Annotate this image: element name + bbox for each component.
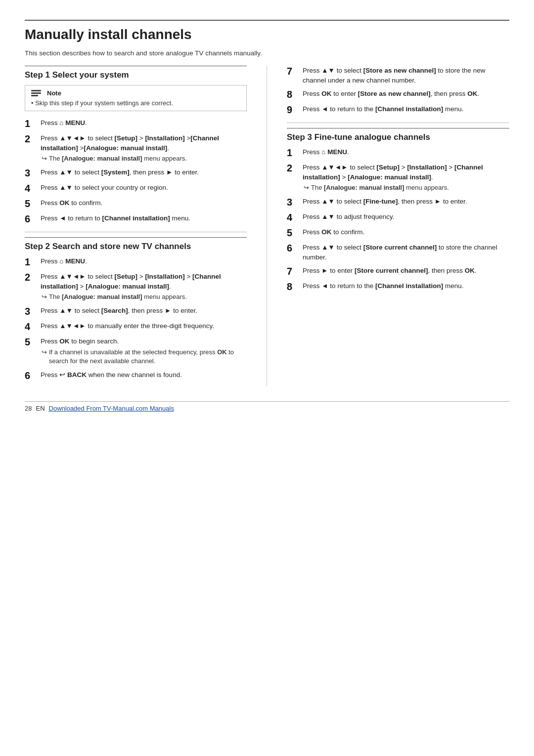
right-column: 7 Press ▲▼ to select [Store as new chann… xyxy=(267,66,509,386)
list-item: 4 Press ▲▼ to adjust frequency. xyxy=(287,212,509,223)
sub-note: ↪ The [Analogue: manual install] menu ap… xyxy=(42,293,247,302)
note-header: Note xyxy=(31,89,240,97)
step3-title: Step 3 Fine-tune analogue channels xyxy=(287,128,509,142)
note-body: • Skip this step if your system settings… xyxy=(31,99,240,107)
left-column: Step 1 Select your system Note • Skip th… xyxy=(25,66,267,386)
list-item: 2 Press ▲▼◄► to select [Setup] > [Instal… xyxy=(25,133,247,164)
step3-section: Step 3 Fine-tune analogue channels 1 Pre… xyxy=(287,128,509,293)
list-item: 1 Press ⌂ MENU. xyxy=(25,118,247,129)
step1-section: Step 1 Select your system Note • Skip th… xyxy=(25,66,247,225)
list-item: 2 Press ▲▼◄► to select [Setup] > [Instal… xyxy=(287,163,509,193)
intro-text: This section describes how to search and… xyxy=(25,49,509,57)
list-item: 1 Press ⌂ MENU. xyxy=(25,256,247,268)
step2-continued-list: 7 Press ▲▼ to select [Store as new chann… xyxy=(287,66,509,116)
step3-list: 1 Press ⌂ MENU. 2 Press ▲▼◄► to select [… xyxy=(287,147,509,293)
step2-section: Step 2 Search and store new TV channels … xyxy=(25,237,247,381)
sub-bullet: ↪ If a channel is unavailable at the sel… xyxy=(42,348,247,367)
footer-link[interactable]: Downloaded From TV-Manual.com Manuals xyxy=(49,405,174,412)
list-item: 7 Press ▲▼ to select [Store as new chann… xyxy=(287,66,509,85)
sub-note: ↪ The [Analogue: manual install] menu ap… xyxy=(304,183,509,193)
list-item: 8 Press ◄ to return to the [Channel inst… xyxy=(287,281,509,293)
list-item: 5 Press OK to confirm. xyxy=(25,198,247,210)
list-item: 2 Press ▲▼◄► to select [Setup] > [Instal… xyxy=(25,272,247,302)
note-box: Note • Skip this step if your system set… xyxy=(25,85,247,111)
step1-title: Step 1 Select your system xyxy=(25,66,247,80)
page-number: 28 xyxy=(25,405,32,412)
list-item: 6 Press ▲▼ to select [Store current chan… xyxy=(287,243,509,262)
list-item: 1 Press ⌂ MENU. xyxy=(287,147,509,159)
page-title: Manually install channels xyxy=(25,20,509,42)
step2-list: 1 Press ⌂ MENU. 2 Press ▲▼◄► to select [… xyxy=(25,256,247,381)
list-item: 6 Press ◄ to return to [Channel installa… xyxy=(25,213,247,225)
note-icon xyxy=(31,90,41,96)
list-item: 3 Press ▲▼ to select [System], then pres… xyxy=(25,168,247,179)
list-item: 4 Press ▲▼◄► to manually enter the three… xyxy=(25,321,247,333)
list-item: 3 Press ▲▼ to select [Fine-tune], then p… xyxy=(287,197,509,208)
list-item: 9 Press ◄ to return to the [Channel inst… xyxy=(287,104,509,116)
list-item: 5 Press OK to begin search. ↪ If a chann… xyxy=(25,336,247,366)
step2-title: Step 2 Search and store new TV channels xyxy=(25,237,247,252)
list-item: 7 Press ► to enter [Store current channe… xyxy=(287,266,509,277)
list-item: 4 Press ▲▼ to select your country or reg… xyxy=(25,183,247,194)
step1-list: 1 Press ⌂ MENU. 2 Press ▲▼◄► to select [… xyxy=(25,118,247,225)
list-item: 5 Press OK to confirm. xyxy=(287,227,509,239)
lang-label: EN xyxy=(36,405,44,412)
list-item: 3 Press ▲▼ to select [Search], then pres… xyxy=(25,306,247,317)
sub-note: ↪ The [Analogue: manual install] menu ap… xyxy=(42,154,247,164)
footer: 28 EN Downloaded From TV-Manual.com Manu… xyxy=(25,401,509,412)
list-item: 8 Press OK to enter [Store as new channe… xyxy=(287,89,509,100)
list-item: 6 Press ↩ BACK when the new channel is f… xyxy=(25,370,247,381)
